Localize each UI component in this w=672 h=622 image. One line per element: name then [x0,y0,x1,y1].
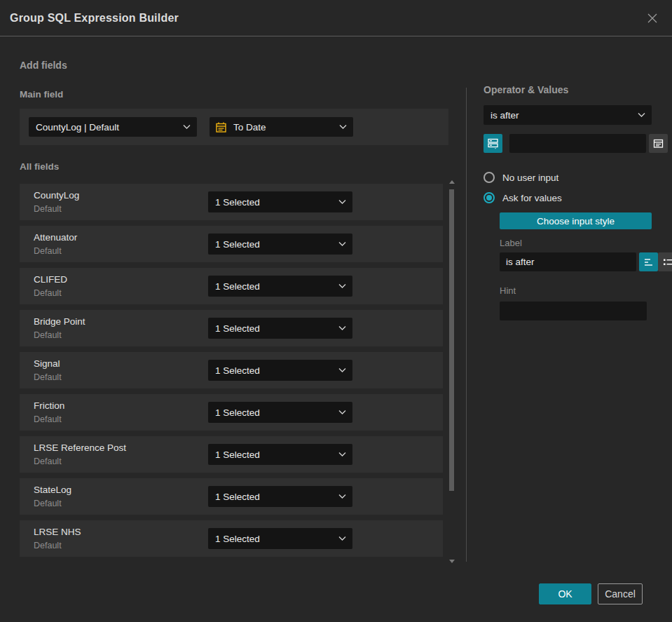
chevron-down-icon [338,326,346,331]
field-selected-dropdown-label: 1 Selected [215,197,260,208]
field-row: LRSE Reference Post Default 1 Selected [20,436,443,473]
chevron-down-icon [338,452,346,457]
chevron-down-icon [338,536,346,541]
field-name: Bridge Point [34,316,85,327]
field-selected-dropdown-label: 1 Selected [215,281,260,292]
input-type-button[interactable] [484,134,502,153]
field-name: Signal [34,358,60,369]
dialog-title: Group SQL Expression Builder [10,12,179,25]
value-input-row [484,134,652,153]
field-subtitle: Default [34,499,62,508]
main-field-row: CountyLog | Default To Date [20,109,448,145]
date-mode-dropdown-value: To Date [233,122,266,133]
field-row: Signal Default 1 Selected [20,352,443,388]
main-field-label: Main field [20,89,448,100]
field-name: StateLog [34,485,71,495]
field-selected-dropdown-label: 1 Selected [215,449,260,460]
field-selected-dropdown-label: 1 Selected [215,492,260,502]
field-subtitle: Default [34,541,62,550]
field-selected-dropdown-label: 1 Selected [215,407,260,418]
field-row: CountyLog Default 1 Selected [20,184,443,220]
vertical-divider [466,88,467,562]
field-name: LRSE NHS [34,527,81,537]
field-subtitle: Default [34,457,62,466]
list-style-button[interactable] [658,252,672,271]
list-icon [662,257,672,268]
operator-values-panel: Operator & Values is after [484,84,652,320]
chevron-down-icon [338,284,346,289]
field-subtitle: Default [34,330,62,340]
field-name: Friction [34,400,64,411]
label-input[interactable] [500,252,636,271]
field-row: StateLog Default 1 Selected [20,478,443,515]
chevron-down-icon [339,125,347,130]
operator-dropdown[interactable]: is after [484,105,652,125]
field-row: Attenuator Default 1 Selected [20,226,443,262]
field-name: CLIFED [34,274,67,285]
ok-button[interactable]: OK [539,583,591,604]
titlebar: Group SQL Expression Builder [0,0,672,36]
field-selected-dropdown[interactable]: 1 Selected [208,444,352,465]
close-button[interactable] [644,10,661,27]
label-input-row [500,252,652,271]
dialog-footer: OK Cancel [539,583,643,604]
calendar-icon [652,137,664,149]
chevron-down-icon [338,242,346,247]
field-row: CLIFED Default 1 Selected [20,268,443,304]
hint-caption: Hint [500,285,652,296]
main-field-dropdown[interactable]: CountyLog | Default [29,117,197,137]
single-line-style-button[interactable] [639,252,658,271]
scrollbar-down-arrow[interactable] [449,560,455,563]
field-selected-dropdown[interactable]: 1 Selected [208,276,352,297]
align-left-icon [643,257,654,268]
cancel-button[interactable]: Cancel [598,583,643,604]
field-subtitle: Default [34,414,62,424]
fields-list-scrollbar [448,179,456,563]
all-fields-label: All fields [20,161,448,172]
choose-input-style-button[interactable]: Choose input style [500,212,652,229]
field-selected-dropdown[interactable]: 1 Selected [208,528,352,549]
field-subtitle: Default [34,204,62,214]
field-selected-dropdown[interactable]: 1 Selected [208,318,352,339]
radio-selected-icon [484,192,495,203]
field-subtitle: Default [34,372,62,382]
date-mode-dropdown[interactable]: To Date [210,117,353,137]
stacked-rows-icon [487,137,499,149]
field-selected-dropdown-label: 1 Selected [215,323,260,334]
operator-dropdown-value: is after [491,110,519,121]
field-selected-dropdown[interactable]: 1 Selected [208,234,352,255]
field-selected-dropdown[interactable]: 1 Selected [208,402,352,423]
field-selected-dropdown-label: 1 Selected [215,365,260,376]
add-fields-heading: Add fields [20,36,448,71]
field-subtitle: Default [34,246,62,256]
calendar-icon [215,121,227,133]
radio-unselected-icon [484,172,495,183]
scrollbar-thumb[interactable] [449,189,454,491]
radio-no-user-input-label: No user input [502,173,558,183]
radio-ask-for-values[interactable]: Ask for values [484,192,652,203]
scrollbar-up-arrow[interactable] [449,180,455,184]
radio-ask-for-values-label: Ask for values [502,193,562,203]
value-date-input[interactable] [509,134,646,153]
chevron-down-icon [338,494,346,499]
field-selected-dropdown-label: 1 Selected [215,239,260,250]
hint-input[interactable] [500,302,647,320]
close-icon [646,12,659,25]
field-selected-dropdown[interactable]: 1 Selected [208,191,352,212]
all-fields-list: CountyLog Default 1 Selected Attenuator … [20,184,443,557]
field-selected-dropdown[interactable]: 1 Selected [208,486,352,507]
chevron-down-icon [638,113,645,118]
date-picker-button[interactable] [649,134,668,153]
label-caption: Label [500,238,652,248]
chevron-down-icon [338,410,346,415]
operator-values-heading: Operator & Values [484,84,652,95]
chevron-down-icon [183,125,191,130]
chevron-down-icon [338,200,346,205]
chevron-down-icon [338,368,346,373]
field-selected-dropdown-label: 1 Selected [215,534,260,544]
field-row: LRSE NHS Default 1 Selected [20,520,443,557]
radio-no-user-input[interactable]: No user input [484,172,652,183]
field-selected-dropdown[interactable]: 1 Selected [208,360,352,381]
field-row: Bridge Point Default 1 Selected [20,310,443,346]
group-sql-expression-builder-dialog: Group SQL Expression Builder Add fields … [0,0,672,622]
